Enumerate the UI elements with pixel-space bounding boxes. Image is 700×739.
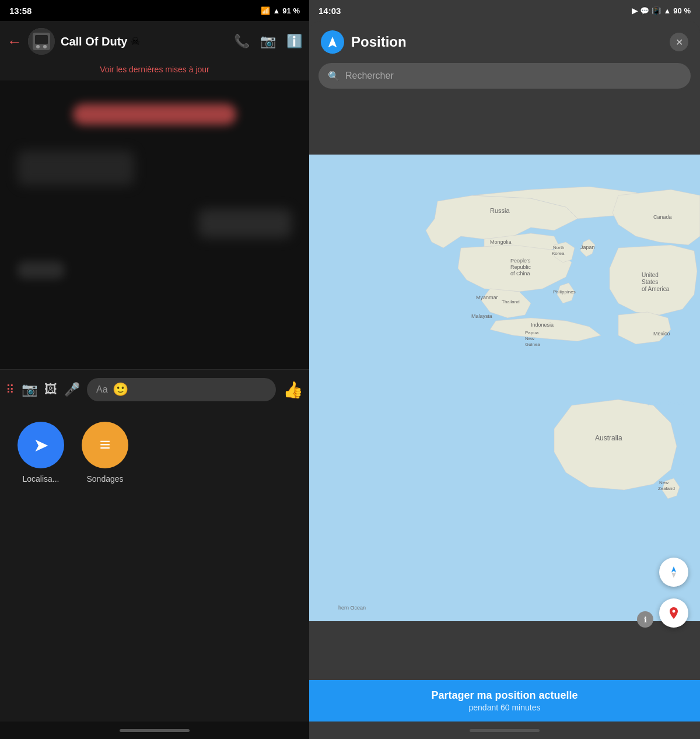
- chat-name: Call Of Duty: [61, 35, 127, 48]
- home-bar-left: [0, 722, 309, 739]
- svg-text:States: States: [642, 279, 658, 285]
- svg-point-4: [43, 45, 47, 48]
- status-icons-right: ▶ 💬 📳 ▲ 90 %: [632, 6, 691, 15]
- svg-text:Mexico: Mexico: [653, 331, 670, 337]
- updates-bar[interactable]: Voir les dernières mises à jour: [0, 62, 309, 80]
- status-icons-left: 📶 ▲ 91 %: [261, 6, 300, 15]
- chat-title-row: Call Of Duty ☠: [61, 35, 228, 48]
- back-button[interactable]: ←: [7, 33, 22, 51]
- svg-text:Myanmar: Myanmar: [476, 295, 498, 300]
- location-icon: ➤: [33, 434, 49, 456]
- svg-text:Korea: Korea: [552, 251, 565, 256]
- location-pin-button[interactable]: [659, 598, 688, 628]
- battery-left: 91 %: [282, 6, 300, 15]
- svg-marker-34: [671, 572, 676, 578]
- phone-icon[interactable]: 📞: [234, 34, 250, 49]
- home-bar-right: [309, 722, 700, 739]
- svg-text:Papua: Papua: [525, 330, 539, 335]
- share-position-button[interactable]: Partager ma position actuelle pendant 60…: [309, 680, 700, 722]
- wifi-icon: ▲: [272, 6, 280, 15]
- avatar: [28, 28, 55, 55]
- svg-text:hern Ocean: hern Ocean: [338, 605, 366, 611]
- polls-icon: ≡: [100, 434, 111, 456]
- location-tool[interactable]: ➤ Localisa...: [18, 422, 64, 484]
- more-options-icon[interactable]: ⠿: [6, 383, 15, 397]
- status-bar-left: 13:58 📶 ▲ 91 %: [0, 0, 309, 21]
- left-panel: 13:58 📶 ▲ 91 % ← Call Of Duty ☠: [0, 0, 309, 739]
- compass-button[interactable]: [659, 558, 688, 587]
- svg-text:Republic: Republic: [510, 264, 531, 270]
- header-icons: 📞 📷 ℹ️: [234, 34, 302, 49]
- svg-rect-2: [35, 35, 48, 44]
- like-icon[interactable]: 👍: [283, 380, 303, 400]
- svg-text:North: North: [553, 245, 565, 250]
- location-label: Localisa...: [22, 474, 59, 484]
- position-nav-icon: [321, 30, 344, 54]
- svg-text:of America: of America: [642, 286, 670, 292]
- status-bar-right: 14:03 ▶ 💬 📳 ▲ 90 %: [309, 0, 700, 21]
- svg-text:of China: of China: [510, 271, 530, 276]
- svg-point-3: [36, 45, 40, 48]
- svg-text:Zealand: Zealand: [658, 486, 675, 491]
- svg-marker-33: [671, 566, 676, 572]
- svg-text:Russia: Russia: [490, 207, 510, 214]
- input-placeholder: Aa: [96, 384, 108, 395]
- svg-text:People's: People's: [510, 258, 531, 264]
- skull-icon: ☠: [131, 35, 140, 48]
- polls-circle: ≡: [82, 422, 128, 468]
- battery-right: 90 %: [673, 6, 691, 15]
- message-input[interactable]: Aa 🙂: [87, 378, 276, 401]
- time-right: 14:03: [318, 6, 341, 16]
- svg-text:Guinea: Guinea: [525, 342, 540, 347]
- svg-text:New: New: [659, 480, 668, 485]
- video-icon[interactable]: 📷: [260, 34, 276, 49]
- input-bar: ⠿ 📷 🖼 🎤 Aa 🙂 👍: [0, 369, 309, 410]
- chat-messages: [0, 80, 309, 369]
- polls-tool[interactable]: ≡ Sondages: [82, 422, 128, 484]
- avatar-inner: [28, 28, 55, 55]
- svg-text:Thailand: Thailand: [502, 299, 520, 304]
- position-title: Position: [351, 34, 663, 50]
- bottom-tools: ➤ Localisa... ≡ Sondages: [0, 410, 309, 722]
- home-indicator-right: [470, 729, 540, 732]
- map-info-button[interactable]: ℹ: [637, 611, 653, 628]
- search-icon: 🔍: [328, 71, 340, 82]
- polls-label: Sondages: [86, 474, 123, 484]
- svg-text:Canada: Canada: [653, 214, 672, 220]
- youtube-icon: ▶: [632, 6, 638, 15]
- svg-text:Indonesia: Indonesia: [531, 322, 554, 328]
- blurred-message-1: [73, 104, 236, 125]
- emoji-icon[interactable]: 🙂: [113, 382, 128, 397]
- blurred-block-3: [18, 261, 64, 279]
- wifi-icon-right: ▲: [663, 6, 671, 15]
- svg-text:Pacific Ocean: Pacific Ocean: [648, 400, 684, 407]
- photo-icon[interactable]: 🖼: [44, 382, 57, 397]
- time-left: 13:58: [9, 6, 32, 16]
- share-btn-subtitle: pendant 60 minutes: [318, 703, 691, 712]
- position-sheet: Position ✕ 🔍 Rechercher: [309, 21, 700, 722]
- search-bar[interactable]: 🔍 Rechercher: [318, 63, 691, 89]
- updates-text: Voir les dernières mises à jour: [100, 65, 209, 74]
- blurred-block-1: [18, 150, 134, 185]
- home-indicator-left: [120, 729, 190, 732]
- share-btn-title: Partager ma position actuelle: [318, 689, 691, 702]
- signal-icon: 📶: [261, 6, 270, 15]
- map-container[interactable]: Russia Mongolia Canada United States of …: [309, 96, 700, 680]
- messenger-icon: 💬: [640, 6, 649, 15]
- search-placeholder: Rechercher: [345, 71, 394, 81]
- svg-text:Japan: Japan: [580, 244, 595, 250]
- close-button[interactable]: ✕: [670, 33, 688, 51]
- chat-title-area: Call Of Duty ☠: [61, 35, 228, 48]
- position-header: Position ✕: [309, 21, 700, 63]
- blurred-block-2: [198, 209, 292, 238]
- world-map: Russia Mongolia Canada United States of …: [309, 96, 700, 680]
- info-icon[interactable]: ℹ️: [286, 34, 302, 49]
- chat-header: ← Call Of Duty ☠ 📞 📷 ℹ️: [0, 21, 309, 62]
- camera-icon[interactable]: 📷: [22, 382, 37, 397]
- svg-text:New: New: [525, 336, 534, 341]
- tools-row: ➤ Localisa... ≡ Sondages: [18, 422, 128, 484]
- svg-text:Mongolia: Mongolia: [490, 239, 512, 245]
- svg-text:Philippines: Philippines: [553, 289, 576, 295]
- vibrate-icon: 📳: [652, 6, 661, 15]
- mic-icon[interactable]: 🎤: [64, 382, 80, 397]
